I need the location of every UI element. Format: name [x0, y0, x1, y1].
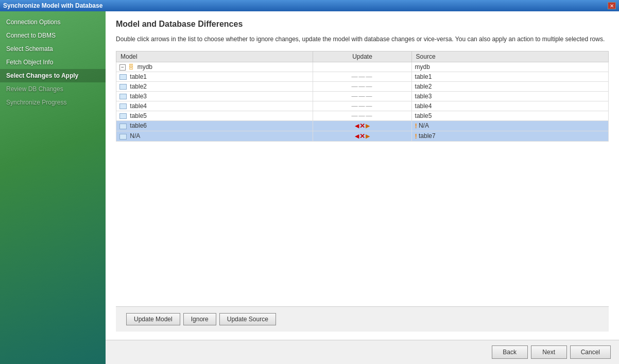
- model-cell: table2: [116, 81, 313, 91]
- table-icon: [119, 113, 127, 119]
- update-cell: [313, 62, 411, 72]
- update-cell: ———: [313, 111, 411, 120]
- table-icon: [119, 134, 127, 140]
- expand-icon[interactable]: −: [119, 64, 126, 71]
- sidebar-item-synchronize-progress[interactable]: Synchronize Progress: [0, 96, 106, 109]
- nav-bar: Back Next Cancel: [106, 340, 619, 364]
- model-cell: − 🗄 mydb: [116, 62, 313, 72]
- title-bar: Synchronize Model with Database ✕: [0, 0, 619, 11]
- model-cell: table4: [116, 101, 313, 111]
- update-source-button[interactable]: Update Source: [219, 313, 276, 325]
- col-header-source: Source: [411, 51, 608, 62]
- source-cell: table1: [411, 72, 608, 81]
- warning-icon: !: [415, 122, 417, 130]
- table-row[interactable]: table2 ——— table2: [116, 81, 609, 91]
- spacer: [116, 142, 609, 306]
- x-icon: ✕: [359, 122, 365, 130]
- table-row[interactable]: − 🗄 mydb mydb: [116, 62, 609, 72]
- source-cell: table2: [411, 81, 608, 91]
- arrow-right-icon: ▶: [366, 133, 370, 140]
- back-button[interactable]: Back: [492, 345, 528, 359]
- col-header-model: Model: [116, 51, 313, 62]
- window-title: Synchronize Model with Database: [3, 2, 102, 9]
- source-cell: ! N/A: [411, 120, 608, 131]
- update-cell: ———: [313, 101, 411, 111]
- cancel-button[interactable]: Cancel: [570, 345, 611, 359]
- source-cell: ! table7: [411, 131, 608, 141]
- content-area: Model and Database Differences Double cl…: [106, 11, 619, 364]
- update-cell: ———: [313, 91, 411, 101]
- col-header-update: Update: [313, 51, 411, 62]
- source-cell: mydb: [411, 62, 608, 72]
- table-icon: [119, 103, 127, 109]
- model-cell: table5: [116, 111, 313, 120]
- ignore-button[interactable]: Ignore: [183, 313, 216, 325]
- update-cell: ———: [313, 81, 411, 91]
- table-row[interactable]: table4 ——— table4: [116, 101, 609, 111]
- table-icon: [119, 84, 127, 90]
- table-icon: [119, 94, 127, 99]
- table-row[interactable]: table6 ◀ ✕ ▶ ! N/A: [116, 120, 609, 131]
- update-model-button[interactable]: Update Model: [126, 313, 180, 325]
- model-cell: table1: [116, 72, 313, 81]
- table-row[interactable]: table3 ——— table3: [116, 91, 609, 101]
- model-cell: N/A: [116, 131, 313, 141]
- next-button[interactable]: Next: [531, 345, 567, 359]
- update-cell[interactable]: ◀ ✕ ▶: [313, 131, 411, 141]
- table-row[interactable]: table1 ——— table1: [116, 72, 609, 81]
- update-cell[interactable]: ◀ ✕ ▶: [313, 120, 411, 131]
- description: Double click arrows in the list to choos…: [116, 35, 609, 44]
- update-arrows[interactable]: ◀ ✕ ▶: [355, 122, 370, 130]
- warning-icon: !: [415, 132, 417, 140]
- table-row[interactable]: N/A ◀ ✕ ▶ ! table7: [116, 131, 609, 141]
- model-cell: table6: [116, 120, 313, 131]
- update-arrows[interactable]: ◀ ✕ ▶: [355, 132, 370, 140]
- close-button[interactable]: ✕: [608, 2, 616, 9]
- model-cell: table3: [116, 91, 313, 101]
- source-cell: table5: [411, 111, 608, 120]
- source-cell: table4: [411, 101, 608, 111]
- sidebar-item-select-schemata[interactable]: Select Schemata: [0, 42, 106, 56]
- sidebar-item-connect-to-dbms[interactable]: Connect to DBMS: [0, 29, 106, 42]
- arrow-left-icon: ◀: [355, 123, 359, 129]
- source-cell: table3: [411, 91, 608, 101]
- arrow-left-icon: ◀: [355, 133, 359, 140]
- sidebar-item-review-db-changes[interactable]: Review DB Changes: [0, 82, 106, 96]
- sidebar: Connection Options Connect to DBMS Selec…: [0, 11, 106, 364]
- diff-table: Model Update Source −: [116, 51, 609, 142]
- table-icon: [119, 124, 127, 129]
- folder-icon: 🗄: [128, 64, 134, 70]
- table-icon: [119, 74, 127, 80]
- source-warning: ! N/A: [415, 122, 429, 130]
- sidebar-item-fetch-object-info[interactable]: Fetch Object Info: [0, 56, 106, 69]
- arrow-right-icon: ▶: [366, 123, 370, 129]
- content-body: Model and Database Differences Double cl…: [106, 11, 619, 340]
- source-warning: ! table7: [415, 132, 436, 140]
- table-row[interactable]: table5 ——— table5: [116, 111, 609, 120]
- sidebar-item-connection-options[interactable]: Connection Options: [0, 15, 106, 29]
- update-cell: ———: [313, 72, 411, 81]
- page-title: Model and Database Differences: [116, 20, 609, 29]
- action-bar: Update Model Ignore Update Source: [116, 306, 609, 332]
- sidebar-item-select-changes[interactable]: Select Changes to Apply: [0, 69, 106, 82]
- x-icon: ✕: [359, 132, 365, 140]
